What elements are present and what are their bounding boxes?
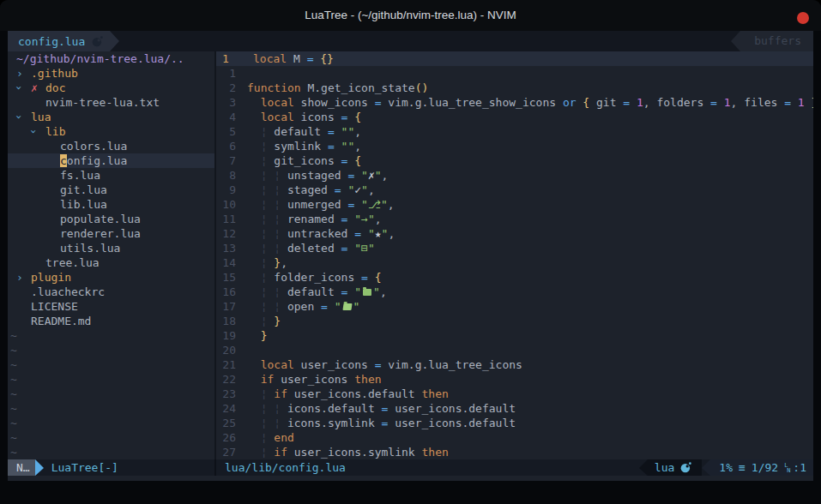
code-line-15[interactable]: 14 ¦ }, [216,255,813,270]
git-dirty-icon: ✗ [31,81,45,95]
empty-line: ~ [8,401,214,416]
tree-item-label: tree.lua [45,255,100,270]
tree-item-config.lua[interactable]: config.lua [8,153,214,168]
code-line-17[interactable]: 16 ¦ ¦ default = "", [216,285,813,299]
code-line-23[interactable]: 22 if user_icons then [216,372,813,387]
code-line-26[interactable]: 25 ¦ ¦ icons.symlink = user_icons.defaul… [216,416,813,430]
code-line-19[interactable]: 18 ¦ } [216,314,813,328]
tree-item--github-nvim-tree.lua-..[interactable]: ~/github/nvim-tree.lua/.. [8,51,214,66]
tree-item-nvim-tree-lua.txt[interactable]: nvim-tree-lua.txt [8,95,214,110]
tree-item-lua[interactable]: ›lua [8,110,214,124]
code-line-5[interactable]: 4 local icons = { [216,110,813,124]
tree-item-label: config.lua [60,153,127,168]
tree-item-populate.lua[interactable]: populate.lua [8,212,214,226]
tab-config-lua[interactable]: config.lua [8,31,110,51]
tree-item-renderer.lua[interactable]: renderer.lua [8,226,214,241]
code-line-12[interactable]: 11 ¦ ¦ renamed = "→", [216,212,813,226]
code-text: ¦ ¦ unstaged = "✗", [247,168,388,183]
relative-line-number: 17 [216,299,242,314]
tree-item-label: populate.lua [60,212,141,226]
code-line-1[interactable]: 1local M = {} [216,51,813,66]
tree-item-label: .github [31,66,78,81]
tree-item-git.lua[interactable]: git.lua [8,183,214,197]
tree-item-.luacheckrc[interactable]: .luacheckrc [8,285,214,299]
tree-item-label: plugin [31,270,71,285]
chevron-right-icon[interactable]: › [16,270,31,285]
code-text: local icons = { [247,110,361,124]
code-text: ¦ ¦ default = "", [247,285,387,299]
relative-line-number: 14 [216,255,242,270]
code-line-8[interactable]: 7 ¦ git_icons = { [216,153,813,168]
code-line-6[interactable]: 5 ¦ default = "", [216,124,813,139]
tilde-marker: ~ [8,343,17,357]
tree-cursor: c [60,154,67,167]
code-text: ¦ git_icons = { [247,153,361,168]
close-button-icon[interactable] [797,12,809,24]
code-text: ¦ ¦ deleted = "⊟" [247,241,375,255]
tree-item-LICENSE[interactable]: LICENSE [8,299,214,314]
code-line-14[interactable]: 13 ¦ ¦ deleted = "⊟" [216,241,813,255]
code-text: function M.get_icon_state() [247,81,428,95]
chevron-right-icon[interactable]: › [16,66,31,81]
code-line-28[interactable]: 27 ¦ if user_icons.symlink then [216,445,813,459]
code-text: ¦ ¦ open = "" [247,299,359,314]
tree-item-label: utils.lua [60,241,120,255]
command-line[interactable] [8,476,813,481]
code-line-4[interactable]: 3 local show_icons = vim.g.lua_tree_show… [216,95,813,110]
relative-line-number: 18 [216,314,242,328]
code-line-3[interactable]: 2function M.get_icon_state() [216,81,813,95]
code-line-9[interactable]: 8 ¦ ¦ unstaged = "✗", [216,168,813,183]
relative-line-number: 4 [216,110,242,124]
main-area: ~/github/nvim-tree.lua/..›.github›✗docnv… [8,51,813,459]
tabline: config.lua buffers [8,31,813,51]
scroll-percent: 1% [719,459,733,476]
tree-item-label: doc [45,81,65,95]
tree-item-README.md[interactable]: README.md [8,314,214,328]
code-line-13[interactable]: 12 ¦ ¦ untracked = "★", [216,226,813,241]
chevron-down-icon[interactable]: › [16,110,31,124]
tree-item-.github[interactable]: ›.github [8,66,214,81]
tree-item-label: fs.lua [60,168,100,183]
tilde-marker: ~ [8,445,17,459]
code-text: if user_icons then [247,372,382,387]
tilde-marker: ~ [8,401,17,416]
tree-item-plugin[interactable]: ›plugin [8,270,214,285]
relative-line-number: 2 [216,81,242,95]
tree-item-utils.lua[interactable]: utils.lua [8,241,214,255]
code-line-16[interactable]: 15 ¦ folder_icons = { [216,270,813,285]
folder-icon [363,289,371,296]
code-line-21[interactable]: 20 [216,343,813,357]
statusline-file-path: lua/lib/config.lua [225,459,346,476]
tree-item-doc[interactable]: ›✗doc [8,81,214,95]
tree-item-tree.lua[interactable]: tree.lua [8,255,214,270]
line-number-icon: LN [784,463,790,473]
code-text: ¦ if user_icons.symlink then [247,445,449,459]
lua-icon [92,36,103,47]
tree-item-label: git.lua [60,183,107,197]
code-line-25[interactable]: 24 ¦ ¦ icons.default = user_icons.defaul… [216,401,813,416]
cursor-line-number: 1 [216,51,248,66]
tree-item-fs.lua[interactable]: fs.lua [8,168,214,183]
tree-item-lib[interactable]: ›lib [8,124,214,139]
code-line-27[interactable]: 26 ¦ end [216,430,813,445]
tilde-marker: ~ [8,430,17,445]
code-line-11[interactable]: 10 ¦ ¦ unmerged = "⎇", [216,197,813,212]
statusline: N… LuaTree[-] lua/lib/config.lua lua [8,459,813,476]
chevron-down-icon[interactable]: › [31,124,45,139]
relative-line-number: 7 [216,153,242,168]
code-line-20[interactable]: 19 } [216,328,813,343]
tree-item-lib.lua[interactable]: lib.lua [8,197,214,212]
relative-line-number: 24 [216,401,242,416]
tree-item-colors.lua[interactable]: colors.lua [8,139,214,153]
code-line-22[interactable]: 21 local user_icons = vim.g.lua_tree_ico… [216,357,813,372]
code-line-24[interactable]: 23 ¦ if user_icons.default then [216,387,813,401]
code-line-18[interactable]: 17 ¦ ¦ open = "" [216,299,813,314]
relative-line-number: 20 [216,343,242,357]
empty-line: ~ [8,372,214,387]
buffers-segment[interactable]: buffers [740,31,813,51]
code-line-7[interactable]: 6 ¦ symlink = "", [216,139,813,153]
chevron-down-icon[interactable]: › [16,81,31,95]
code-line-10[interactable]: 9 ¦ ¦ staged = "✓", [216,183,813,197]
code-line-2[interactable]: 1 [216,66,813,81]
tree-item-label: lib [45,124,65,139]
